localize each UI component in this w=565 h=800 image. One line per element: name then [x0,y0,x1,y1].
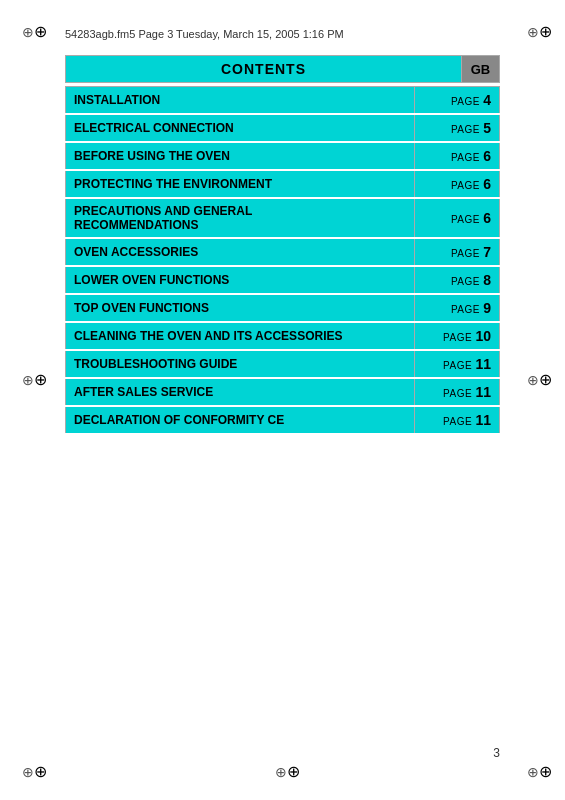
toc-item-label: TROUBLESHOOTING GUIDE [66,350,415,378]
toc-item-page: PAGE 11 [414,350,499,378]
toc-row: DECLARATION OF CONFORMITY CEPAGE 11 [66,406,500,434]
toc-page-num: 5 [483,120,491,136]
toc-item-label: TOP OVEN FUNCTIONS [66,294,415,322]
corner-mark-mr: ⊕ [527,370,543,386]
toc-item-label: DECLARATION OF CONFORMITY CE [66,406,415,434]
toc-page-word: PAGE [451,248,483,259]
toc-page-num: 7 [483,244,491,260]
toc-item-page: PAGE 11 [414,378,499,406]
toc-row: TROUBLESHOOTING GUIDEPAGE 11 [66,350,500,378]
contents-title: CONTENTS [65,55,462,83]
toc-row: AFTER SALES SERVICEPAGE 11 [66,378,500,406]
toc-row: BEFORE USING THE OVENPAGE 6 [66,142,500,170]
corner-mark-bm: ⊕ [275,762,291,778]
content-area: CONTENTS GB INSTALLATIONPAGE 4ELECTRICAL… [65,55,500,435]
toc-item-label: PRECAUTIONS AND GENERAL RECOMMENDATIONS [66,198,415,238]
toc-row: ELECTRICAL CONNECTIONPAGE 5 [66,114,500,142]
toc-page-word: PAGE [443,388,475,399]
toc-item-label: CLEANING THE OVEN AND ITS ACCESSORIES [66,322,415,350]
toc-table: INSTALLATIONPAGE 4ELECTRICAL CONNECTIONP… [65,86,500,435]
corner-mark-tr: ⊕ [527,22,543,38]
corner-mark-ml: ⊕ [22,370,38,386]
toc-page-num: 6 [483,176,491,192]
toc-item-page: PAGE 7 [414,238,499,266]
toc-row: PROTECTING THE ENVIRONMENTPAGE 6 [66,170,500,198]
corner-mark-br: ⊕ [527,762,543,778]
toc-item-page: PAGE 9 [414,294,499,322]
toc-item-label: LOWER OVEN FUNCTIONS [66,266,415,294]
toc-row: TOP OVEN FUNCTIONSPAGE 9 [66,294,500,322]
toc-item-page: PAGE 6 [414,142,499,170]
toc-item-page: PAGE 4 [414,87,499,115]
toc-item-label: OVEN ACCESSORIES [66,238,415,266]
toc-row: PRECAUTIONS AND GENERAL RECOMMENDATIONSP… [66,198,500,238]
toc-row: OVEN ACCESSORIESPAGE 7 [66,238,500,266]
toc-item-page: PAGE 10 [414,322,499,350]
page-number: 3 [493,746,500,760]
contents-gb: GB [462,55,500,83]
toc-page-num: 6 [483,210,491,226]
toc-page-word: PAGE [451,96,483,107]
toc-page-word: PAGE [451,180,483,191]
toc-item-page: PAGE 6 [414,170,499,198]
toc-page-num: 8 [483,272,491,288]
toc-item-page: PAGE 5 [414,114,499,142]
contents-header: CONTENTS GB [65,55,500,83]
toc-page-num: 11 [475,412,491,428]
toc-item-page: PAGE 11 [414,406,499,434]
toc-page-word: PAGE [451,276,483,287]
toc-page-num: 4 [483,92,491,108]
toc-item-label: BEFORE USING THE OVEN [66,142,415,170]
toc-item-label: ELECTRICAL CONNECTION [66,114,415,142]
toc-page-word: PAGE [443,332,475,343]
toc-row: INSTALLATIONPAGE 4 [66,87,500,115]
toc-row: CLEANING THE OVEN AND ITS ACCESSORIESPAG… [66,322,500,350]
page: ⊕ ⊕ ⊕ ⊕ ⊕ ⊕ ⊕ 54283agb.fm5 Page 3 Tuesda… [0,0,565,800]
toc-row: LOWER OVEN FUNCTIONSPAGE 8 [66,266,500,294]
toc-page-word: PAGE [451,304,483,315]
toc-page-num: 11 [475,384,491,400]
toc-page-word: PAGE [451,124,483,135]
toc-page-num: 9 [483,300,491,316]
toc-item-label: INSTALLATION [66,87,415,115]
toc-page-word: PAGE [443,360,475,371]
toc-item-page: PAGE 6 [414,198,499,238]
corner-mark-bl: ⊕ [22,762,38,778]
toc-item-label: PROTECTING THE ENVIRONMENT [66,170,415,198]
toc-page-word: PAGE [443,416,475,427]
toc-page-num: 11 [475,356,491,372]
toc-page-num: 6 [483,148,491,164]
toc-item-page: PAGE 8 [414,266,499,294]
toc-page-word: PAGE [451,152,483,163]
toc-page-num: 10 [475,328,491,344]
header-text: 54283agb.fm5 Page 3 Tuesday, March 15, 2… [65,28,344,40]
toc-page-word: PAGE [451,214,483,225]
toc-item-label: AFTER SALES SERVICE [66,378,415,406]
corner-mark-tl: ⊕ [22,22,38,38]
